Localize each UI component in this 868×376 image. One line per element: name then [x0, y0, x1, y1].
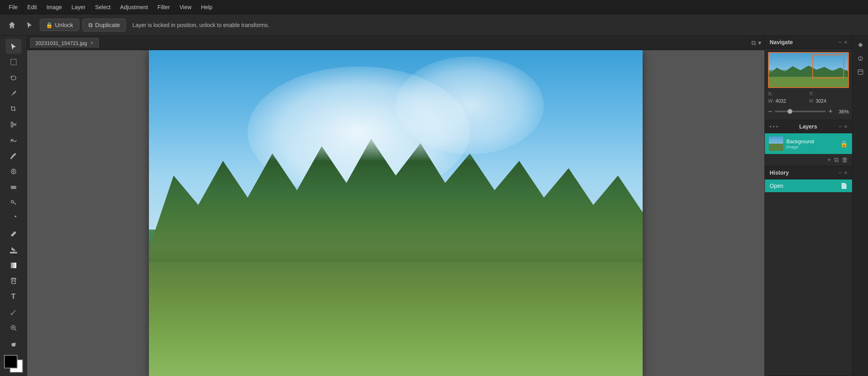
menu-file[interactable]: File: [5, 2, 22, 12]
layers-panel-icons: − ×: [839, 123, 847, 130]
menu-adjustment[interactable]: Adjustment: [116, 2, 152, 12]
layers-title: Layers: [799, 123, 817, 130]
layers-panel-more[interactable]: • • •: [770, 124, 778, 130]
layers-close-button[interactable]: ×: [844, 123, 847, 130]
fill-tool[interactable]: [6, 242, 22, 257]
svg-rect-30: [858, 70, 863, 74]
toolbar-message: Layer is locked in position, unlock to e…: [132, 22, 269, 28]
far-right-button-1[interactable]: [854, 39, 866, 51]
move-tool[interactable]: [6, 39, 22, 54]
eraser-tool[interactable]: [6, 180, 22, 195]
unlock-button[interactable]: 🔒 Unlock: [40, 19, 79, 31]
unlock-label: Unlock: [55, 21, 73, 28]
text-tool[interactable]: T: [6, 289, 22, 304]
nav-zoom: − + 36%: [768, 106, 849, 117]
lock-icon: 🔒: [46, 22, 53, 28]
pen-tool[interactable]: [6, 211, 22, 226]
far-right-button-3[interactable]: [854, 66, 866, 78]
color-swatches[interactable]: [4, 355, 23, 373]
layers-minimize-button[interactable]: −: [839, 123, 842, 130]
foreground-color-swatch[interactable]: [4, 355, 18, 368]
nav-thumbnail: [768, 52, 849, 88]
zoom-tool[interactable]: [6, 321, 22, 335]
canvas-image-container: [149, 50, 643, 376]
svg-point-4: [11, 125, 13, 127]
canvas-image: [149, 50, 643, 376]
history-title: History: [770, 169, 789, 176]
heal-tool[interactable]: [6, 133, 22, 148]
zoom-thumb: [788, 109, 792, 114]
duplicate-layer-button[interactable]: ⧉: [834, 156, 839, 164]
canvas-area: 20231031_154721.jpg × ⧉ ▾: [27, 36, 764, 376]
add-layer-button[interactable]: +: [827, 156, 831, 164]
svg-line-21: [12, 310, 16, 314]
menu-edit[interactable]: Edit: [23, 2, 41, 12]
marquee-tool[interactable]: [6, 55, 22, 69]
pencil-tool[interactable]: [6, 227, 22, 242]
lasso-tool[interactable]: [6, 70, 22, 85]
menu-select[interactable]: Select: [91, 2, 115, 12]
history-item-label: Open: [770, 183, 783, 189]
h-value: 3024: [816, 98, 827, 104]
history-minimize-button[interactable]: −: [839, 169, 842, 176]
history-close-button[interactable]: ×: [844, 169, 847, 176]
menu-filter[interactable]: Filter: [154, 2, 174, 12]
smudge-tool[interactable]: [6, 195, 22, 210]
svg-point-9: [13, 171, 14, 172]
clone-tool[interactable]: [6, 164, 22, 179]
layer-item-background[interactable]: Background Image 🔒: [765, 133, 852, 154]
history-panel: History − × Open 📄: [765, 166, 852, 376]
menu-view[interactable]: View: [176, 2, 195, 12]
scene-ground: [149, 262, 643, 376]
duplicate-button[interactable]: ⧉ Duplicate: [82, 19, 126, 31]
layer-type: Image: [786, 144, 837, 149]
duplicate-label: Duplicate: [95, 21, 120, 28]
y-label: Y:: [809, 91, 814, 97]
zoom-in-button[interactable]: +: [828, 108, 833, 115]
tab-window-button[interactable]: ⧉: [751, 39, 756, 47]
pointer-tool[interactable]: [22, 18, 37, 32]
brush-tool[interactable]: [6, 148, 22, 163]
svg-point-7: [10, 158, 12, 159]
history-item-open[interactable]: Open 📄: [765, 179, 852, 192]
svg-point-13: [11, 201, 14, 203]
navigate-close-button[interactable]: ×: [844, 39, 847, 45]
x-label: X:: [768, 91, 772, 97]
navigate-panel-header: Navigate − ×: [765, 36, 852, 49]
tab-dropdown-button[interactable]: ▾: [758, 39, 761, 47]
layers-footer: + ⧉ 🗑: [765, 154, 852, 166]
menu-bar: File Edit Image Layer Select Adjustment …: [0, 0, 868, 14]
canvas-viewport[interactable]: [27, 50, 764, 376]
menu-help[interactable]: Help: [197, 2, 217, 12]
svg-rect-16: [11, 263, 16, 268]
toolbar: 🔒 Unlock ⧉ Duplicate Layer is locked in …: [0, 14, 868, 36]
eyedropper-tool[interactable]: [6, 86, 22, 101]
hand-tool[interactable]: [6, 336, 22, 351]
svg-point-3: [11, 122, 13, 124]
crop-tool[interactable]: [6, 101, 22, 116]
canvas-tab-bar: 20231031_154721.jpg × ⧉ ▾: [27, 36, 764, 50]
history-panel-header: History − ×: [765, 166, 852, 179]
tab-close-button[interactable]: ×: [90, 40, 93, 46]
delete-tool[interactable]: [6, 274, 22, 288]
home-button[interactable]: [5, 18, 19, 32]
h-label: H:: [809, 98, 814, 104]
history-panel-icons: − ×: [839, 169, 847, 176]
gradient-tool[interactable]: [6, 258, 22, 273]
canvas-tab[interactable]: 20231031_154721.jpg ×: [30, 38, 99, 48]
scissors-tool[interactable]: [6, 117, 22, 132]
delete-layer-button[interactable]: 🗑: [842, 156, 848, 164]
measure-tool[interactable]: [6, 305, 22, 320]
tab-actions: ⧉ ▾: [751, 39, 761, 47]
zoom-out-button[interactable]: −: [768, 108, 772, 115]
menu-layer[interactable]: Layer: [68, 2, 90, 12]
svg-rect-0: [11, 59, 16, 65]
svg-rect-15: [10, 252, 17, 253]
w-label: W:: [768, 98, 774, 104]
zoom-slider[interactable]: [775, 111, 826, 112]
navigate-content: X: Y: W: 4032 H: 3024: [765, 49, 852, 120]
navigate-minimize-button[interactable]: −: [839, 39, 842, 45]
layer-info: Background Image: [786, 138, 837, 149]
far-right-button-2[interactable]: [854, 53, 866, 64]
menu-image[interactable]: Image: [43, 2, 66, 12]
